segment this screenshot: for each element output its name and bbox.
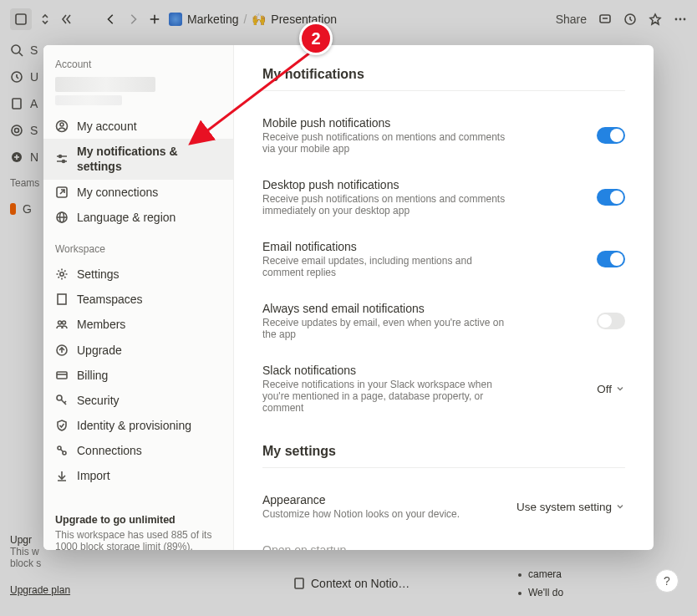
opt-always-email: Always send email notifications Receive … xyxy=(262,293,625,355)
user-circle-icon xyxy=(55,120,69,133)
settings-modal: Account My account My notifications & se… xyxy=(43,45,654,550)
svg-point-38 xyxy=(63,321,66,324)
download-icon xyxy=(55,470,69,483)
toggle-email-notif[interactable] xyxy=(597,251,625,267)
svg-point-21 xyxy=(60,123,64,126)
help-button[interactable]: ? xyxy=(655,569,679,593)
svg-rect-32 xyxy=(58,294,66,304)
section-account-label: Account xyxy=(43,55,233,77)
building-icon xyxy=(55,293,69,306)
key-icon xyxy=(55,394,69,407)
nav-teamspaces[interactable]: Teamspaces xyxy=(43,287,233,312)
svg-point-31 xyxy=(60,272,64,276)
svg-line-45 xyxy=(64,401,66,403)
arrow-out-icon xyxy=(55,186,69,199)
gear-icon xyxy=(55,267,69,281)
nav-members[interactable]: Members xyxy=(43,312,233,337)
arrow-up-circle-icon xyxy=(55,344,69,357)
heading-my-notifications: My notifications xyxy=(262,67,625,91)
upgrade-title: Upgrade to go unlimited xyxy=(55,514,221,526)
opt-open-startup: Open on startup xyxy=(262,535,625,550)
nav-security[interactable]: Security xyxy=(43,388,233,413)
nav-billing[interactable]: Billing xyxy=(43,363,233,388)
opt-slack-notif: Slack notifications Receive notification… xyxy=(262,355,625,429)
upgrade-box: Upgrade to go unlimited This workspace h… xyxy=(43,506,233,550)
svg-point-46 xyxy=(58,446,61,450)
select-slack-notif[interactable]: Off xyxy=(597,383,625,395)
nav-my-notifications-settings[interactable]: My notifications & settings xyxy=(43,139,233,179)
settings-content: My notifications Mobile push notificatio… xyxy=(234,45,654,550)
plug-icon xyxy=(55,444,69,457)
settings-sidebar: Account My account My notifications & se… xyxy=(43,45,234,550)
svg-point-47 xyxy=(63,451,66,455)
nav-connections[interactable]: Connections xyxy=(43,438,233,463)
select-appearance[interactable]: Use system setting xyxy=(516,501,625,513)
nav-import[interactable]: Import xyxy=(43,463,233,488)
nav-settings[interactable]: Settings xyxy=(43,262,233,287)
section-workspace-label: Workspace xyxy=(43,240,233,262)
nav-my-account[interactable]: My account xyxy=(43,114,233,139)
opt-desktop-push: Desktop push notifications Receive push … xyxy=(262,170,625,232)
card-icon xyxy=(55,369,69,382)
account-email-placeholder xyxy=(55,95,122,105)
nav-language-region[interactable]: Language & region xyxy=(43,205,233,230)
globe-icon xyxy=(55,211,69,224)
toggle-desktop-push[interactable] xyxy=(597,189,625,206)
toggle-always-email[interactable] xyxy=(597,313,625,329)
svg-point-23 xyxy=(59,155,62,158)
nav-my-connections[interactable]: My connections xyxy=(43,180,233,205)
svg-line-48 xyxy=(61,450,64,452)
nav-identity-provisioning[interactable]: Identity & provisioning xyxy=(43,413,233,438)
svg-point-25 xyxy=(63,160,65,163)
svg-rect-41 xyxy=(57,372,67,379)
upgrade-body: This workspace has used 885 of its 1000 … xyxy=(55,529,221,550)
opt-appearance: Appearance Customize how Notion looks on… xyxy=(262,485,625,535)
svg-point-37 xyxy=(59,321,62,324)
opt-mobile-push: Mobile push notifications Receive push n… xyxy=(262,108,625,170)
nav-upgrade[interactable]: Upgrade xyxy=(43,338,233,363)
account-identity xyxy=(43,77,233,114)
people-icon xyxy=(55,318,69,331)
sliders-icon xyxy=(55,152,69,165)
account-name-placeholder xyxy=(55,77,155,92)
toggle-mobile-push[interactable] xyxy=(597,127,625,144)
opt-email-notif: Email notifications Receive email update… xyxy=(262,232,625,293)
heading-my-settings: My settings xyxy=(262,444,625,468)
shield-check-icon xyxy=(55,419,69,432)
